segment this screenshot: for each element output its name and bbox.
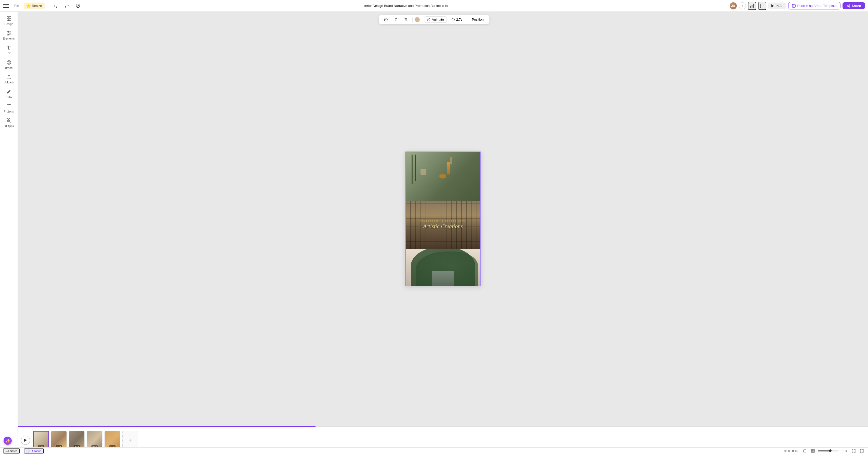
apps-label: 88 Apps bbox=[4, 124, 14, 128]
projects-label: Projects bbox=[4, 110, 14, 113]
sidebar-item-text[interactable]: T Text bbox=[1, 43, 17, 57]
resize-label: Resize bbox=[32, 4, 42, 8]
save-button[interactable] bbox=[73, 3, 83, 9]
canvas-text-overlay: TRANSFORMING SPACES INTO Artistic Creati… bbox=[406, 201, 434, 227]
canvas-toolbar: Animate 2.7s Position bbox=[379, 15, 434, 24]
sidebar-item-uploads[interactable]: Uploads bbox=[1, 72, 17, 86]
canvas-top-section bbox=[406, 152, 434, 201]
topbar-divider-1 bbox=[48, 3, 48, 8]
resize-button[interactable]: ⭐ Resize bbox=[24, 3, 44, 9]
sidebar-item-draw[interactable]: Draw bbox=[1, 87, 17, 101]
design-icon bbox=[6, 16, 11, 22]
color-swatch[interactable] bbox=[415, 17, 420, 22]
svg-rect-19 bbox=[7, 119, 8, 120]
canvas-subtitle: TRANSFORMING SPACES INTO bbox=[420, 220, 434, 222]
sidebar-item-projects[interactable]: Projects bbox=[1, 101, 17, 115]
uploads-icon bbox=[6, 74, 11, 80]
elements-label: Elements bbox=[3, 37, 15, 40]
file-label: File bbox=[14, 4, 19, 8]
projects-icon bbox=[6, 103, 11, 109]
sidebar: Design Elements T Text Brand Uploads Dra… bbox=[0, 12, 18, 227]
animate-button[interactable]: Animate bbox=[424, 16, 434, 23]
delete-button[interactable] bbox=[392, 17, 400, 23]
elements-icon bbox=[6, 30, 11, 36]
svg-rect-9 bbox=[9, 17, 11, 18]
menu-icon[interactable] bbox=[3, 3, 9, 9]
apps-icon bbox=[6, 118, 11, 123]
table-overlay bbox=[406, 152, 434, 201]
uploads-label: Uploads bbox=[4, 81, 14, 84]
svg-rect-22 bbox=[9, 120, 10, 122]
svg-rect-20 bbox=[9, 119, 10, 120]
svg-point-12 bbox=[7, 31, 9, 33]
svg-rect-10 bbox=[7, 19, 9, 21]
svg-rect-8 bbox=[7, 17, 9, 18]
text-label: Text bbox=[6, 52, 11, 55]
canvas-area: TRANSFORMING SPACES INTO Artistic Creati… bbox=[18, 12, 434, 227]
sidebar-item-brand[interactable]: Brand bbox=[1, 58, 17, 72]
canvas-title: Artistic Creations bbox=[423, 223, 434, 227]
crop-button[interactable] bbox=[402, 17, 410, 23]
redo-button[interactable] bbox=[62, 3, 71, 9]
svg-point-16 bbox=[7, 60, 11, 64]
svg-rect-23 bbox=[10, 122, 11, 123]
svg-marker-14 bbox=[7, 33, 9, 35]
document-title: Interior Design Brand Narrative and Prom… bbox=[85, 4, 434, 8]
file-button[interactable]: File bbox=[11, 3, 22, 9]
svg-rect-11 bbox=[9, 19, 11, 21]
topbar: File ⭐ Resize Interior Design Brand Narr… bbox=[0, 0, 434, 12]
draw-label: Draw bbox=[6, 95, 12, 99]
brand-label: Brand bbox=[5, 66, 12, 69]
svg-rect-21 bbox=[7, 120, 8, 122]
draw-icon bbox=[6, 89, 11, 94]
table-scene-bg bbox=[406, 152, 434, 201]
design-label: Design bbox=[4, 23, 13, 26]
text-icon: T bbox=[7, 45, 10, 51]
sidebar-item-apps[interactable]: 88 Apps bbox=[1, 116, 17, 130]
undo-button[interactable] bbox=[51, 3, 60, 9]
svg-rect-15 bbox=[9, 33, 11, 35]
rotate-button[interactable] bbox=[382, 17, 390, 23]
canvas[interactable]: TRANSFORMING SPACES INTO Artistic Creati… bbox=[405, 151, 434, 227]
svg-rect-13 bbox=[9, 31, 11, 33]
animate-label: Animate bbox=[432, 18, 434, 22]
sidebar-item-design[interactable]: Design bbox=[1, 14, 17, 28]
brand-icon bbox=[6, 60, 11, 65]
sidebar-item-elements[interactable]: Elements bbox=[1, 28, 17, 42]
svg-rect-18 bbox=[7, 105, 11, 108]
svg-point-17 bbox=[8, 61, 10, 63]
